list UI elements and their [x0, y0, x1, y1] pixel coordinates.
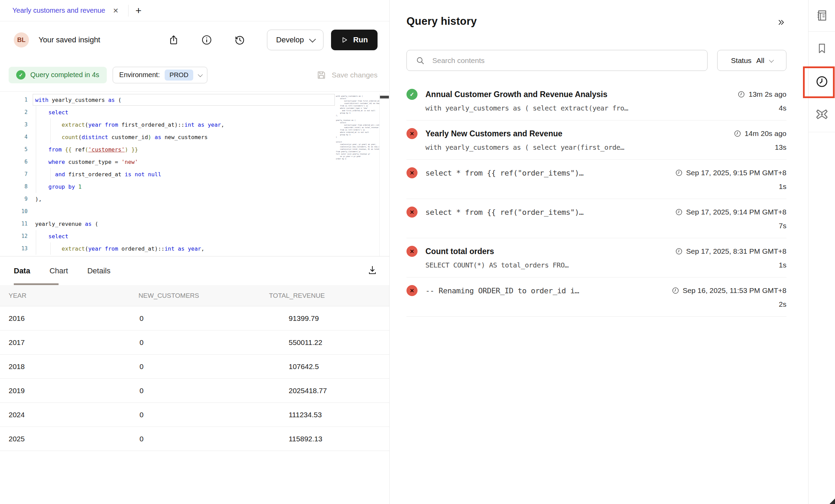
line-number: 7 [0, 171, 28, 177]
query-history-title: Query history [406, 15, 477, 28]
code-line[interactable]: 5 from {{ ref('customers') }} [0, 143, 336, 156]
code-text[interactable] [35, 205, 336, 218]
line-number: 8 [0, 183, 28, 190]
code-lines[interactable]: 1with yearly_customers as (2 select3 ext… [0, 94, 336, 256]
table-cell: 2017 [9, 338, 138, 347]
code-text[interactable]: select [35, 230, 336, 242]
code-line[interactable]: 1with yearly_customers as ( [0, 94, 336, 106]
code-text[interactable]: group by 1 [35, 180, 336, 193]
code-text[interactable]: ), [35, 193, 336, 205]
bookmark-icon[interactable] [816, 42, 828, 56]
indent-guide [36, 168, 36, 180]
resize-handle[interactable] [829, 498, 835, 504]
table-cell: 115892.13 [269, 435, 389, 443]
editor-panel: Yearly customers and revenue ✕ + BL Your… [0, 0, 390, 504]
compass-pinwheel-icon[interactable] [815, 107, 829, 123]
code-line[interactable]: 2 select [0, 106, 336, 118]
code-text[interactable]: extract(year from ordered_at)::int as ye… [35, 242, 336, 255]
indent-guide [50, 168, 51, 180]
code-line[interactable]: 4 count(distinct customer_id) as new_cus… [0, 131, 336, 143]
code-line[interactable]: 7 and first_ordered_at is not null [0, 168, 336, 180]
status-filter-dropdown[interactable]: Status All [717, 50, 786, 71]
query-history-item[interactable]: ✕-- Renaming ORDER_ID to order_id i…Sep … [406, 277, 786, 317]
chevron-down-icon [198, 72, 203, 77]
insight-subtitle: Your saved insight [39, 35, 100, 44]
scrollbar-thumb[interactable] [380, 96, 389, 98]
line-number: 2 [0, 109, 28, 115]
query-history-item[interactable]: ✕select * from {{ ref("order_items")…Sep… [406, 199, 786, 238]
tab-yearly-customers-and-revenue[interactable]: Yearly customers and revenue ✕ [0, 0, 128, 21]
tab-details[interactable]: Details [87, 266, 110, 275]
code-text[interactable]: yearly_revenue as ( [35, 218, 336, 230]
table-header-row: YEARNEW_CUSTOMERSTOTAL_REVENUE [0, 285, 389, 306]
code-line[interactable]: 3 extract(year from first_ordered_at)::i… [0, 118, 336, 131]
search-input[interactable] [407, 50, 707, 71]
table-row[interactable]: 2016091399.79 [0, 306, 389, 330]
query-history-item[interactable]: ✕Count total ordersSep 17, 2025, 8:31 PM… [406, 238, 786, 277]
code-text[interactable]: with yearly_customers as ( [35, 94, 336, 106]
code-line[interactable]: 10 [0, 205, 336, 218]
save-icon [317, 70, 326, 80]
code-line[interactable]: 6 where customer_type = 'new' [0, 156, 336, 168]
sql-editor[interactable]: 1with yearly_customers as (2 select3 ext… [0, 92, 389, 256]
environment-value: PROD [165, 70, 193, 81]
table-cell: 2016 [9, 314, 138, 323]
check-circle-icon: ✓ [16, 70, 25, 80]
line-number: 9 [0, 196, 28, 202]
download-icon[interactable] [367, 265, 378, 277]
line-number: 4 [0, 134, 28, 140]
code-line[interactable]: 11yearly_revenue as ( [0, 218, 336, 230]
code-text[interactable]: select [35, 106, 336, 118]
line-number: 1 [0, 97, 28, 103]
run-button[interactable]: Run [331, 30, 378, 50]
query-title: Annual Customer Growth and Revenue Analy… [425, 90, 607, 99]
share-icon[interactable] [168, 34, 179, 46]
save-changes-button[interactable]: Save changes [317, 70, 378, 80]
query-history-item[interactable]: ✕select * from {{ ref("order_items")…Sep… [406, 160, 786, 199]
tab-close-icon[interactable]: ✕ [113, 7, 118, 15]
table-cell: 107642.5 [269, 363, 389, 371]
code-text[interactable]: count(distinct customer_id) as new_custo… [35, 131, 336, 143]
code-text[interactable]: and first_ordered_at is not null [35, 168, 336, 180]
chevron-down-icon [769, 57, 774, 62]
info-icon[interactable] [201, 34, 213, 46]
query-history-list: ✓Annual Customer Growth and Revenue Anal… [406, 81, 786, 317]
code-line[interactable]: 12 select [0, 230, 336, 242]
tab-chart[interactable]: Chart [50, 266, 68, 275]
indent-guide [36, 242, 36, 255]
collapse-panel-icon[interactable] [776, 18, 786, 28]
table-cell: 2024 [9, 411, 138, 419]
table-row[interactable]: 20170550011.22 [0, 330, 389, 355]
new-tab-button[interactable]: + [131, 5, 146, 17]
environment-label: Environment: [119, 71, 160, 79]
table-row[interactable]: 201902025418.77 [0, 379, 389, 403]
column-header: NEW_CUSTOMERS [138, 292, 269, 300]
editor-status-row: ✓ Query completed in 4s Environment: PRO… [0, 59, 389, 92]
editor-minimap[interactable]: with yearly_customers as ( select extrac… [336, 94, 379, 256]
develop-button[interactable]: Develop [267, 30, 324, 50]
table-row[interactable]: 20240111234.53 [0, 403, 389, 427]
environment-selector[interactable]: Environment: PROD [113, 67, 207, 83]
notebook-icon[interactable] [815, 9, 828, 23]
table-row[interactable]: 20180107642.5 [0, 355, 389, 379]
query-history-item[interactable]: ✕Yearly New Customers and Revenue14m 20s… [406, 120, 786, 160]
code-text[interactable]: from {{ ref('customers') }} [35, 143, 336, 156]
code-text[interactable]: extract(year from first_ordered_at)::int… [35, 118, 336, 131]
code-line[interactable]: 8 group by 1 [0, 180, 336, 193]
table-row[interactable]: 20250115892.13 [0, 427, 389, 451]
column-header: TOTAL_REVENUE [269, 292, 389, 300]
table-cell: 2019 [9, 387, 138, 395]
indent-guide [50, 118, 51, 131]
editor-scrollbar[interactable] [379, 94, 389, 256]
version-history-icon[interactable] [234, 34, 246, 46]
code-line[interactable]: 9), [0, 193, 336, 205]
table-cell: 2025418.77 [269, 387, 389, 395]
chevron-down-icon [309, 36, 316, 43]
code-line[interactable]: 13 extract(year from ordered_at)::int as… [0, 242, 336, 255]
query-history-item[interactable]: ✓Annual Customer Growth and Revenue Anal… [406, 81, 786, 120]
tab-data[interactable]: Data [14, 266, 30, 275]
column-header: YEAR [9, 292, 138, 300]
query-timestamp: Sep 17, 2025, 8:31 PM GMT+8 [668, 247, 786, 255]
code-text[interactable]: where customer_type = 'new' [35, 156, 336, 168]
query-duration: 4s [779, 104, 786, 112]
